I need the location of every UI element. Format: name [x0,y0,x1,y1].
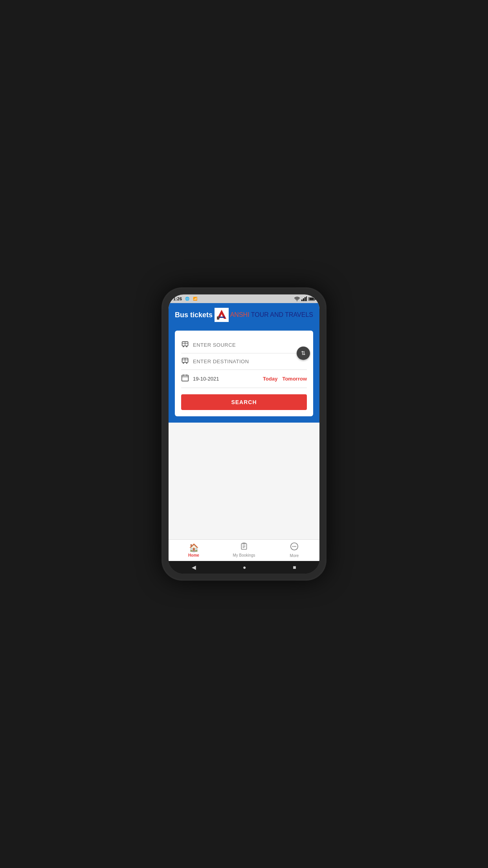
svg-rect-1 [303,298,304,301]
svg-point-30 [292,546,294,547]
home-nav-label: Home [188,553,199,557]
phone-device: 1:26 🌐 📶 [161,287,327,581]
status-right [294,296,315,301]
bus-source-icon [181,340,189,350]
svg-rect-0 [301,300,303,301]
nav-item-bookings[interactable]: My Bookings [219,542,269,558]
svg-point-18 [186,362,187,364]
swap-button[interactable]: ⇅ [297,346,310,360]
search-section: ⇅ [169,327,319,423]
bookings-icon [240,542,248,552]
bus-dest-svg-icon [181,357,189,364]
search-button[interactable]: SEARCH [181,394,307,410]
svg-point-11 [186,346,187,347]
wifi-icon [294,296,300,301]
today-button[interactable]: Today [263,376,277,382]
source-row: ⇅ [181,337,307,353]
logo-rest-text: TOUR AND TRAVELS [250,311,313,318]
logo-svg-icon [215,309,228,321]
home-button[interactable]: ● [243,564,246,570]
logo-letter-icon [215,308,229,322]
nav-item-more[interactable]: More [269,542,319,558]
source-input[interactable] [193,342,307,348]
logo-anshi-text: ANSHI [230,311,250,318]
clipboard-icon [240,542,248,550]
svg-rect-7 [217,316,219,320]
tomorrow-button[interactable]: Tomorrow [282,376,307,382]
svg-rect-3 [306,296,307,301]
more-icon [290,542,299,553]
bottom-navigation: 🏠 Home My Bookings [169,539,319,561]
back-button[interactable]: ◀ [192,564,196,570]
status-left: 1:26 🌐 📶 [173,296,198,302]
bus-dest-icon [181,357,189,366]
svg-point-31 [294,546,295,547]
home-icon: 🏠 [189,543,199,552]
main-content-area [169,423,319,539]
recents-button[interactable]: ■ [293,564,296,570]
signal-icon [301,296,307,301]
swap-arrows-icon: ⇅ [301,350,306,356]
date-row: 19-10-2021 Today Tomorrow [181,370,307,388]
page-title: Bus tickets [175,311,213,319]
brand-logo: ANSHI TOUR AND TRAVELS [215,308,313,322]
phone-screen: 1:26 🌐 📶 [169,294,319,574]
destination-row [181,353,307,370]
svg-point-17 [183,362,184,364]
status-bar: 1:26 🌐 📶 [169,294,319,303]
calendar-icon [181,374,189,384]
app-content: Bus tickets ANSHI TOUR AND TRAVELS [169,303,319,561]
battery-icon [308,297,315,301]
world-icon: 🌐 [184,296,190,302]
svg-rect-2 [305,297,306,301]
sim-icon: 📶 [192,296,198,302]
logo-text-container: ANSHI TOUR AND TRAVELS [230,311,313,318]
android-navigation-bar: ◀ ● ■ [169,561,319,574]
nav-item-home[interactable]: 🏠 Home [169,542,219,558]
date-value[interactable]: 19-10-2021 [193,376,259,382]
bookings-nav-label: My Bookings [233,553,255,557]
calendar-svg-icon [181,374,189,382]
status-time: 1:26 [173,296,182,301]
svg-rect-20 [182,375,189,381]
destination-input[interactable] [193,359,307,364]
svg-point-32 [295,546,296,547]
svg-point-10 [183,346,184,347]
more-dots-icon [290,542,299,551]
search-card: ⇅ [175,331,313,416]
bus-icon [181,340,189,348]
more-nav-label: More [290,554,299,558]
app-header: Bus tickets ANSHI TOUR AND TRAVELS [169,303,319,327]
